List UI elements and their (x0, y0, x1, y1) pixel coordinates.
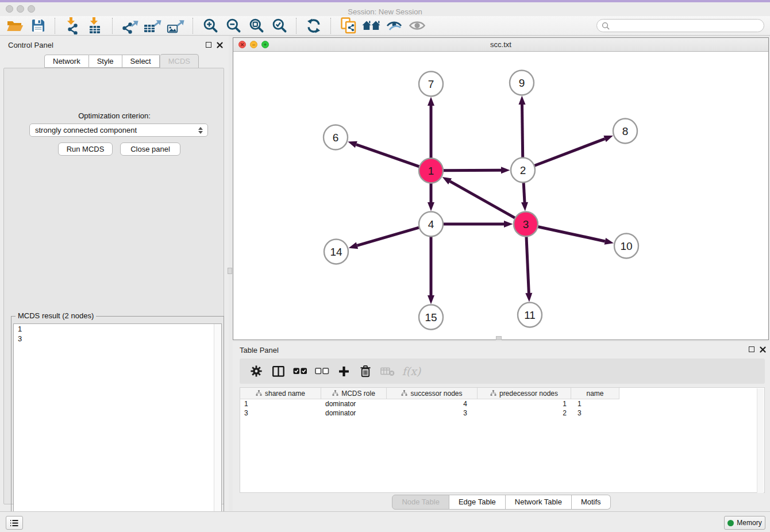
tab-motifs[interactable]: Motifs (572, 495, 611, 510)
table-panel-title: Table Panel (240, 346, 279, 354)
table-cell[interactable]: 1 (478, 399, 571, 408)
tab-style[interactable]: Style (89, 55, 122, 68)
table-panel: Table Panel f(x) shared nameMCDS rolesu (233, 342, 770, 511)
control-panel-float-icon[interactable] (206, 42, 211, 48)
graph-node-3[interactable]: 3 (514, 212, 538, 237)
table-row[interactable]: 1dominator411 (240, 399, 764, 408)
column-header-successor-nodes[interactable]: successor nodes (387, 388, 478, 399)
shared-column-icon (490, 390, 496, 396)
tab-network[interactable]: Network (44, 55, 89, 68)
control-panel-close-icon[interactable] (217, 42, 223, 48)
svg-text:10: 10 (620, 240, 632, 252)
table-panel-close-icon[interactable] (760, 346, 766, 353)
graph-edge-3-10[interactable] (538, 226, 605, 241)
mcds-result-list[interactable]: 13 (13, 323, 222, 532)
zoom-fit-icon[interactable] (245, 17, 268, 34)
graph-node-7[interactable]: 7 (419, 72, 443, 97)
zoom-in-icon[interactable] (199, 17, 222, 34)
table-cell[interactable]: 4 (387, 399, 478, 408)
import-network-icon[interactable] (61, 17, 84, 34)
column-header-label: shared name (265, 390, 305, 398)
select-all-checks-icon[interactable] (289, 361, 311, 381)
table-cell[interactable]: 3 (240, 408, 321, 418)
houses-icon[interactable] (360, 17, 383, 34)
graph-edge-1-6[interactable] (356, 145, 419, 167)
export-network-icon[interactable] (118, 17, 141, 34)
graph-node-10[interactable]: 10 (614, 234, 638, 259)
table-cell[interactable]: dominator (321, 399, 387, 408)
table-cell[interactable]: 3 (571, 408, 619, 418)
settings-gear-icon[interactable] (245, 361, 267, 381)
search-icon (602, 22, 610, 30)
graph-edge-3-1[interactable] (450, 182, 515, 218)
export-table-icon[interactable] (141, 17, 164, 34)
table-panel-float-icon[interactable] (749, 346, 754, 352)
mcds-result-scrollbar[interactable] (214, 324, 221, 532)
run-mcds-button[interactable]: Run MCDS (58, 142, 113, 156)
tab-select[interactable]: Select (122, 55, 160, 68)
import-table-icon[interactable] (84, 17, 107, 34)
horizontal-splitter-grip[interactable] (496, 336, 502, 340)
mcds-result-title: MCDS result (2 nodes) (16, 311, 96, 320)
export-image-icon[interactable] (164, 17, 187, 34)
open-session-icon[interactable] (3, 17, 26, 34)
task-history-button[interactable] (6, 516, 23, 530)
column-header-shared-name[interactable]: shared name (240, 388, 321, 399)
close-panel-button[interactable]: Close panel (120, 142, 180, 156)
graph-node-15[interactable]: 15 (419, 305, 443, 330)
table-cell[interactable]: 1 (240, 399, 321, 408)
table-cell[interactable]: 2 (478, 408, 571, 418)
network-window-titlebar[interactable]: ✕ − + scc.txt (233, 38, 768, 52)
graph-node-14[interactable]: 14 (324, 240, 348, 264)
hide-eye-icon[interactable] (383, 17, 406, 34)
delete-column-icon[interactable] (355, 361, 376, 381)
tab-network-table[interactable]: Network Table (506, 495, 572, 510)
graph-node-6[interactable]: 6 (324, 125, 348, 150)
tab-mcds[interactable]: MCDS (160, 54, 199, 68)
graph-node-1[interactable]: 1 (419, 159, 443, 183)
optimization-criterion-label: Optimization criterion: (4, 111, 225, 120)
copy-network-icon[interactable] (337, 17, 360, 34)
tab-edge-table[interactable]: Edge Table (449, 495, 506, 510)
graph-edge-2-9[interactable] (522, 105, 523, 158)
graph-edge-3-11[interactable] (526, 236, 529, 293)
search-input-container (596, 19, 764, 32)
tab-node-table[interactable]: Node Table (392, 495, 449, 510)
zoom-selected-icon[interactable] (268, 17, 291, 34)
graph-node-8[interactable]: 8 (613, 119, 637, 144)
network-graph[interactable]: 7968124314101511 (233, 52, 768, 340)
table-cell[interactable]: 1 (571, 399, 619, 408)
titlebar: Session: New Session (0, 2, 770, 16)
table-cell[interactable]: 3 (387, 408, 478, 418)
graph-node-11[interactable]: 11 (518, 303, 542, 327)
graph-edge-4-14[interactable] (357, 228, 419, 246)
optimization-criterion-select[interactable]: strongly connected component (29, 124, 208, 137)
graph-edge-2-8[interactable] (534, 139, 605, 166)
main-toolbar (0, 16, 770, 36)
graph-edge-1-2[interactable] (443, 170, 501, 171)
column-header-MCDS-role[interactable]: MCDS role (321, 388, 387, 399)
graph-node-2[interactable]: 2 (511, 158, 535, 183)
svg-text:9: 9 (519, 77, 525, 89)
table-row[interactable]: 3dominator323 (240, 408, 764, 418)
table-scrollbar[interactable] (757, 388, 764, 493)
column-header-name[interactable]: name (571, 388, 619, 399)
show-eye-icon[interactable] (406, 17, 429, 34)
memory-button[interactable]: Memory (724, 516, 765, 530)
graph-node-4[interactable]: 4 (419, 212, 443, 237)
add-column-icon[interactable] (333, 361, 355, 381)
zoom-out-icon[interactable] (222, 17, 245, 34)
delete-table-icon (376, 361, 398, 381)
unselect-all-checks-icon[interactable] (311, 361, 333, 381)
search-input[interactable] (613, 21, 759, 30)
graph-edge-2-3[interactable] (523, 182, 525, 202)
graph-node-9[interactable]: 9 (510, 71, 534, 95)
vertical-splitter-grip[interactable] (228, 268, 232, 274)
column-header-predecessor-nodes[interactable]: predecessor nodes (478, 388, 571, 399)
table-cell[interactable]: dominator (321, 408, 387, 418)
column-browser-icon[interactable] (267, 361, 289, 381)
save-session-icon[interactable] (26, 17, 49, 34)
toolbar-separator (55, 18, 56, 34)
refresh-layout-icon[interactable] (302, 17, 325, 34)
column-header-label: predecessor nodes (499, 390, 558, 398)
